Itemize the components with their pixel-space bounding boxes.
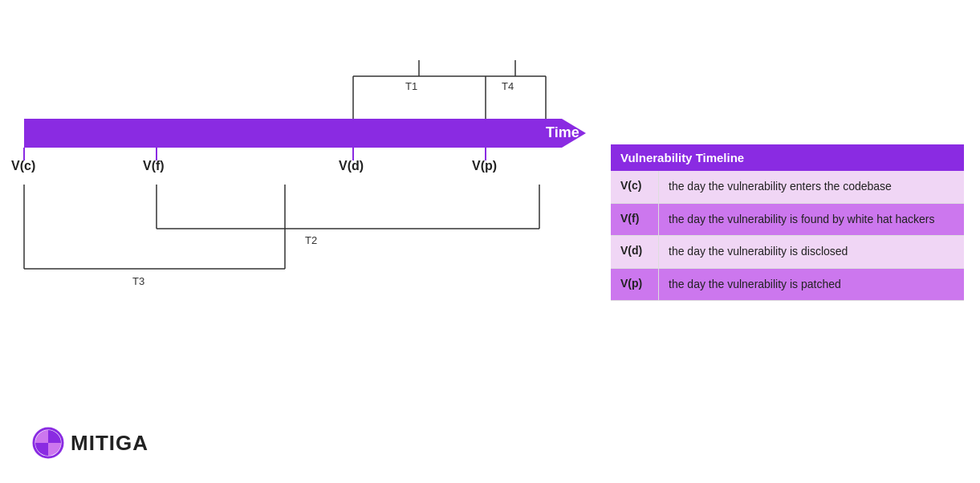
diagram-area: Time V(c) V(f) V(d) V(p) T1 T4 T2 T3 <box>0 0 594 483</box>
row-key-vc: V(c) <box>611 171 659 203</box>
row-value-vd: the day the vulnerability is disclosed <box>659 236 857 268</box>
vp-label: V(p) <box>472 159 497 173</box>
table-row: V(f) the day the vulnerability is found … <box>611 204 964 237</box>
row-value-vp: the day the vulnerability is patched <box>659 269 851 301</box>
timeline-bar <box>24 119 586 148</box>
vf-label: V(f) <box>143 159 165 173</box>
vc-label: V(c) <box>11 159 35 173</box>
row-key-vd: V(d) <box>611 236 659 268</box>
table-row: V(d) the day the vulnerability is disclo… <box>611 236 964 269</box>
logo-text: MITIGA <box>71 431 148 456</box>
t2-label: T2 <box>305 234 317 246</box>
vulnerability-table: Vulnerability Timeline V(c) the day the … <box>611 144 964 301</box>
t4-label: T4 <box>502 80 514 92</box>
table-row: V(p) the day the vulnerability is patche… <box>611 269 964 302</box>
row-value-vf: the day the vulnerability is found by wh… <box>659 204 945 236</box>
logo: MITIGA <box>32 427 148 459</box>
row-key-vp: V(p) <box>611 269 659 301</box>
timeline-label: Time <box>546 124 579 141</box>
vd-label: V(d) <box>339 159 364 173</box>
logo-icon <box>32 427 64 459</box>
timeline-brackets <box>0 0 594 483</box>
row-key-vf: V(f) <box>611 204 659 236</box>
row-value-vc: the day the vulnerability enters the cod… <box>659 171 901 203</box>
table-row: V(c) the day the vulnerability enters th… <box>611 171 964 204</box>
t1-label: T1 <box>405 80 417 92</box>
t3-label: T3 <box>132 275 144 287</box>
table-header: Vulnerability Timeline <box>611 144 964 171</box>
